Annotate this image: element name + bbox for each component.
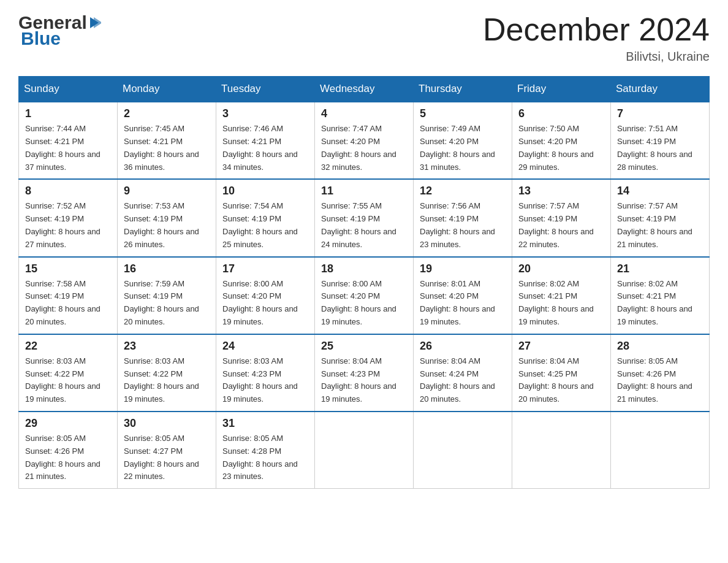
sunrise-label: Sunrise: 7:46 AM: [222, 124, 283, 133]
daylight-label: Daylight: 8 hours and 23 minutes.: [420, 227, 495, 249]
table-row: 10 Sunrise: 7:54 AM Sunset: 4:19 PM Dayl…: [216, 179, 315, 256]
day-number: 21: [617, 262, 703, 275]
col-thursday: Thursday: [414, 77, 512, 102]
day-number: 23: [124, 340, 210, 353]
day-info: Sunrise: 7:57 AM Sunset: 4:19 PM Dayligh…: [617, 200, 703, 251]
day-info: Sunrise: 7:51 AM Sunset: 4:19 PM Dayligh…: [617, 123, 703, 174]
sunrise-label: Sunrise: 8:02 AM: [617, 279, 678, 288]
daylight-label: Daylight: 8 hours and 20 minutes.: [518, 381, 594, 404]
day-number: 26: [420, 340, 506, 353]
sunrise-label: Sunrise: 7:57 AM: [617, 201, 678, 210]
day-info: Sunrise: 7:53 AM Sunset: 4:19 PM Dayligh…: [124, 200, 210, 251]
page-header: General Blue December 2024 Bilivtsi, Ukr…: [18, 12, 710, 64]
day-number: 27: [518, 340, 604, 353]
day-number: 5: [420, 107, 506, 120]
daylight-label: Daylight: 8 hours and 20 minutes.: [25, 304, 100, 326]
sunrise-label: Sunrise: 8:01 AM: [420, 279, 480, 288]
sunset-label: Sunset: 4:23 PM: [222, 369, 281, 378]
calendar-header-row: Sunday Monday Tuesday Wednesday Thursday…: [19, 77, 710, 102]
sunrise-label: Sunrise: 8:00 AM: [321, 279, 382, 288]
day-info: Sunrise: 7:55 AM Sunset: 4:19 PM Dayligh…: [321, 200, 407, 251]
col-tuesday: Tuesday: [216, 77, 315, 102]
daylight-label: Daylight: 8 hours and 21 minutes.: [25, 459, 100, 481]
table-row: 30 Sunrise: 8:05 AM Sunset: 4:27 PM Dayl…: [118, 412, 216, 489]
sunset-label: Sunset: 4:19 PM: [25, 214, 84, 223]
day-number: 25: [321, 340, 407, 353]
logo: General Blue: [18, 12, 102, 49]
sunrise-label: Sunrise: 8:03 AM: [222, 356, 283, 366]
table-row: 27 Sunrise: 8:04 AM Sunset: 4:25 PM Dayl…: [512, 334, 611, 412]
daylight-label: Daylight: 8 hours and 32 minutes.: [321, 150, 396, 172]
day-number: 28: [617, 340, 703, 353]
day-number: 2: [124, 107, 210, 120]
sunrise-label: Sunrise: 8:05 AM: [25, 434, 86, 443]
day-number: 13: [518, 185, 604, 197]
sunrise-label: Sunrise: 7:56 AM: [420, 201, 480, 210]
table-row: 15 Sunrise: 7:58 AM Sunset: 4:19 PM Dayl…: [19, 257, 118, 334]
daylight-label: Daylight: 8 hours and 20 minutes.: [124, 304, 199, 326]
day-number: 31: [222, 417, 308, 430]
daylight-label: Daylight: 8 hours and 22 minutes.: [518, 227, 594, 249]
sunset-label: Sunset: 4:19 PM: [25, 291, 84, 301]
col-monday: Monday: [118, 77, 216, 102]
day-number: 8: [25, 185, 111, 197]
day-info: Sunrise: 7:58 AM Sunset: 4:19 PM Dayligh…: [25, 278, 111, 329]
day-number: 24: [222, 340, 308, 353]
sunrise-label: Sunrise: 7:51 AM: [617, 124, 678, 133]
day-info: Sunrise: 8:04 AM Sunset: 4:24 PM Dayligh…: [420, 355, 506, 406]
table-row: [512, 412, 611, 489]
daylight-label: Daylight: 8 hours and 27 minutes.: [25, 227, 100, 249]
sunrise-label: Sunrise: 7:49 AM: [420, 124, 480, 133]
day-number: 22: [25, 340, 111, 353]
table-row: 20 Sunrise: 8:02 AM Sunset: 4:21 PM Dayl…: [512, 257, 611, 334]
day-number: 7: [617, 107, 703, 120]
col-friday: Friday: [512, 77, 611, 102]
daylight-label: Daylight: 8 hours and 19 minutes.: [124, 381, 199, 404]
day-info: Sunrise: 8:01 AM Sunset: 4:20 PM Dayligh…: [420, 278, 506, 329]
daylight-label: Daylight: 8 hours and 37 minutes.: [25, 150, 100, 172]
day-number: 17: [222, 262, 308, 275]
day-number: 18: [321, 262, 407, 275]
day-number: 14: [617, 185, 703, 197]
col-sunday: Sunday: [19, 77, 118, 102]
sunset-label: Sunset: 4:19 PM: [321, 214, 380, 223]
col-wednesday: Wednesday: [315, 77, 414, 102]
title-area: December 2024 Bilivtsi, Ukraine: [483, 12, 710, 64]
day-info: Sunrise: 7:44 AM Sunset: 4:21 PM Dayligh…: [25, 123, 111, 174]
table-row: 31 Sunrise: 8:05 AM Sunset: 4:28 PM Dayl…: [216, 412, 315, 489]
daylight-label: Daylight: 8 hours and 34 minutes.: [222, 150, 298, 172]
day-info: Sunrise: 8:00 AM Sunset: 4:20 PM Dayligh…: [321, 278, 407, 329]
table-row: 11 Sunrise: 7:55 AM Sunset: 4:19 PM Dayl…: [315, 179, 414, 256]
logo-triangle-icon: [88, 16, 101, 29]
month-title: December 2024: [483, 12, 710, 47]
calendar-table: Sunday Monday Tuesday Wednesday Thursday…: [18, 76, 710, 489]
sunset-label: Sunset: 4:21 PM: [518, 291, 577, 301]
day-number: 3: [222, 107, 308, 120]
day-info: Sunrise: 7:57 AM Sunset: 4:19 PM Dayligh…: [518, 200, 604, 251]
daylight-label: Daylight: 8 hours and 22 minutes.: [124, 459, 199, 481]
table-row: 17 Sunrise: 8:00 AM Sunset: 4:20 PM Dayl…: [216, 257, 315, 334]
sunset-label: Sunset: 4:19 PM: [617, 137, 676, 146]
day-number: 1: [25, 107, 111, 120]
col-saturday: Saturday: [611, 77, 710, 102]
sunrise-label: Sunrise: 7:44 AM: [25, 124, 86, 133]
day-number: 11: [321, 185, 407, 197]
sunrise-label: Sunrise: 8:04 AM: [321, 356, 382, 366]
day-info: Sunrise: 8:04 AM Sunset: 4:25 PM Dayligh…: [518, 355, 604, 406]
day-number: 15: [25, 262, 111, 275]
calendar-week-row: 22 Sunrise: 8:03 AM Sunset: 4:22 PM Dayl…: [19, 334, 710, 412]
table-row: 29 Sunrise: 8:05 AM Sunset: 4:26 PM Dayl…: [19, 412, 118, 489]
daylight-label: Daylight: 8 hours and 25 minutes.: [222, 227, 298, 249]
table-row: 1 Sunrise: 7:44 AM Sunset: 4:21 PM Dayli…: [19, 102, 118, 179]
day-number: 6: [518, 107, 604, 120]
sunset-label: Sunset: 4:19 PM: [124, 291, 183, 301]
daylight-label: Daylight: 8 hours and 29 minutes.: [518, 150, 594, 172]
table-row: 13 Sunrise: 7:57 AM Sunset: 4:19 PM Dayl…: [512, 179, 611, 256]
sunrise-label: Sunrise: 7:50 AM: [518, 124, 579, 133]
daylight-label: Daylight: 8 hours and 21 minutes.: [617, 227, 692, 249]
table-row: 25 Sunrise: 8:04 AM Sunset: 4:23 PM Dayl…: [315, 334, 414, 412]
sunset-label: Sunset: 4:26 PM: [25, 446, 84, 456]
table-row: 14 Sunrise: 7:57 AM Sunset: 4:19 PM Dayl…: [611, 179, 710, 256]
calendar-week-row: 8 Sunrise: 7:52 AM Sunset: 4:19 PM Dayli…: [19, 179, 710, 256]
day-number: 9: [124, 185, 210, 197]
